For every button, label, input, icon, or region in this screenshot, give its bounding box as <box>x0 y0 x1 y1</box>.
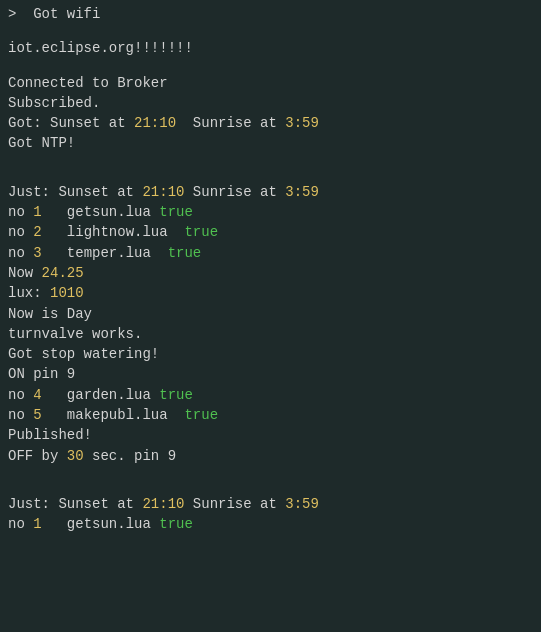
terminal-window: > Got wifiiot.eclipse.org!!!!!!!Connecte… <box>0 0 541 632</box>
line-prompt: > Got wifi <box>8 4 533 24</box>
line-turnvalve: turnvalve works. <box>8 324 533 344</box>
line-empty4 <box>8 168 533 182</box>
line-just-sunset2: Just: Sunset at 21:10 Sunrise at 3:59 <box>8 494 533 514</box>
line-connected: Connected to Broker <box>8 73 533 93</box>
line-empty5 <box>8 466 533 480</box>
line-empty6 <box>8 480 533 494</box>
line-just-sunset: Just: Sunset at 21:10 Sunrise at 3:59 <box>8 182 533 202</box>
line-subscribed: Subscribed. <box>8 93 533 113</box>
line-lux: lux: 1010 <box>8 283 533 303</box>
line-no1: no 1 getsun.lua true <box>8 202 533 222</box>
line-empty3 <box>8 154 533 168</box>
line-no5: no 5 makepubl.lua true <box>8 405 533 425</box>
line-on-pin: ON pin 9 <box>8 364 533 384</box>
line-now-temp: Now 24.25 <box>8 263 533 283</box>
line-no3: no 3 temper.lua true <box>8 243 533 263</box>
line-now-day: Now is Day <box>8 304 533 324</box>
line-published: Published! <box>8 425 533 445</box>
line-got-ntp: Got NTP! <box>8 133 533 153</box>
line-no2: no 2 lightnow.lua true <box>8 222 533 242</box>
line-iot: iot.eclipse.org!!!!!!! <box>8 38 533 58</box>
line-got-stop: Got stop watering! <box>8 344 533 364</box>
line-off-by: OFF by 30 sec. pin 9 <box>8 446 533 466</box>
line-empty1 <box>8 24 533 38</box>
line-empty2 <box>8 59 533 73</box>
line-no1-2: no 1 getsun.lua true <box>8 514 533 534</box>
line-got-sunset: Got: Sunset at 21:10 Sunrise at 3:59 <box>8 113 533 133</box>
line-no4: no 4 garden.lua true <box>8 385 533 405</box>
